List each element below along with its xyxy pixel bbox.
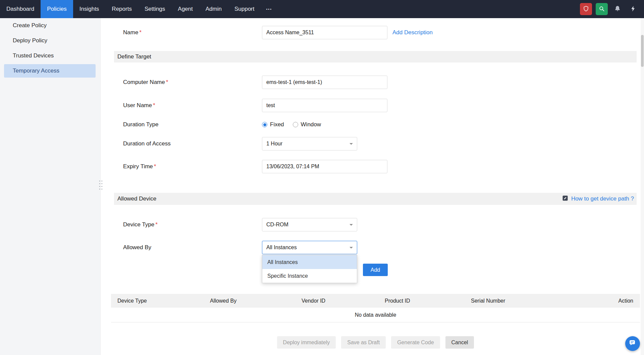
user-name-label: User Name*	[123, 102, 262, 109]
duration-of-access-select[interactable]: 1 Hour	[262, 137, 357, 150]
duration-of-access-value: 1 Hour	[266, 141, 282, 147]
option-all-instances[interactable]: All Instances	[262, 255, 357, 269]
sidebar-item-deploy-policy[interactable]: Deploy Policy	[4, 34, 96, 47]
live-chat-button[interactable]	[625, 336, 640, 351]
add-description-link[interactable]: Add Description	[392, 29, 433, 36]
add-button[interactable]: Add	[363, 264, 388, 276]
device-path-help: How to get device path ?	[562, 195, 634, 203]
sidebar-item-temporary-access[interactable]: Temporary Access	[4, 64, 96, 78]
deploy-immediately-button[interactable]: Deploy immediately	[277, 336, 336, 349]
name-label: Name*	[123, 29, 262, 36]
col-header-device-type: Device Type	[111, 298, 210, 304]
fixed-radio-label: Fixed	[270, 121, 284, 128]
allowed-by-select[interactable]: All Instances	[262, 241, 357, 254]
notifications-button[interactable]	[611, 3, 624, 15]
allowed-device-section-header: Allowed Device How to get device path ?	[114, 193, 637, 205]
nav-insights[interactable]: Insights	[73, 0, 106, 18]
expiry-time-row: Expiry Time*	[114, 160, 637, 173]
allowed-devices-table: Device Type Allowed By Vendor ID Product…	[111, 294, 640, 322]
add-row: Add	[114, 264, 637, 276]
device-path-help-link[interactable]: How to get device path ?	[571, 195, 634, 202]
required-asterisk: *	[154, 163, 156, 170]
bell-icon	[614, 5, 621, 13]
nav-settings[interactable]: Settings	[138, 0, 171, 18]
edit-note-icon	[562, 195, 569, 203]
sidebar-item-trusted-devices[interactable]: Trusted Devices	[4, 49, 96, 62]
nav-support[interactable]: Support	[228, 0, 261, 18]
scrollbar-thumb[interactable]	[641, 35, 644, 67]
option-specific-instance[interactable]: Specific Instance	[262, 269, 357, 283]
sidebar: Create Policy Deploy Policy Trusted Devi…	[0, 18, 101, 355]
cancel-button[interactable]: Cancel	[445, 336, 474, 349]
shield-icon	[583, 5, 589, 13]
footer-actions: Deploy immediately Save as Draft Generat…	[111, 336, 640, 349]
user-name-row: User Name*	[114, 99, 637, 112]
sidebar-resize-grip[interactable]	[98, 179, 103, 190]
nav-policies[interactable]: Policies	[41, 0, 73, 18]
allowed-device-title: Allowed Device	[117, 195, 156, 202]
user-name-input[interactable]	[262, 99, 387, 112]
expiry-time-label-text: Expiry Time	[123, 163, 153, 170]
radio-selected-icon	[262, 122, 267, 127]
sidebar-item-create-policy[interactable]: Create Policy	[4, 19, 96, 32]
duration-type-label-text: Duration Type	[123, 121, 159, 128]
table-header-row: Device Type Allowed By Vendor ID Product…	[111, 294, 640, 308]
search-button[interactable]	[596, 3, 608, 15]
name-label-text: Name	[123, 29, 138, 36]
computer-name-label-text: Computer Name	[123, 79, 165, 85]
col-header-serial-number: Serial Number	[471, 298, 572, 304]
name-row: Name* Add Description	[114, 26, 637, 39]
temporary-access-form: Name* Add Description Define Target Comp…	[114, 26, 637, 276]
save-as-draft-button[interactable]: Save as Draft	[341, 336, 386, 349]
computer-name-input[interactable]	[262, 76, 387, 89]
duration-of-access-label-text: Duration of Access	[123, 140, 171, 147]
expiry-time-input[interactable]	[262, 160, 387, 173]
chevron-down-icon	[350, 247, 353, 249]
nav-icon-group	[580, 0, 644, 18]
main-content: Name* Add Description Define Target Comp…	[101, 18, 644, 355]
radio-unselected-icon	[293, 122, 298, 127]
col-header-allowed-by: Allowed By	[210, 298, 302, 304]
allowed-by-label-text: Allowed By	[123, 244, 151, 251]
computer-name-row: Computer Name*	[114, 76, 637, 89]
col-header-vendor-id: Vendor ID	[302, 298, 385, 304]
duration-of-access-label: Duration of Access	[123, 140, 262, 147]
duration-type-label: Duration Type	[123, 121, 262, 128]
quick-launch-button[interactable]	[627, 3, 639, 15]
duration-type-window-radio[interactable]: Window	[293, 121, 321, 128]
define-target-title: Define Target	[117, 53, 151, 60]
nav-agent[interactable]: Agent	[171, 0, 199, 18]
nav-admin[interactable]: Admin	[199, 0, 228, 18]
allowed-by-value: All Instances	[266, 245, 297, 251]
chevron-down-icon	[350, 224, 353, 226]
nav-dashboard[interactable]: Dashboard	[0, 0, 41, 18]
col-header-action: Action	[572, 298, 640, 304]
nav-more-menu[interactable]: •••	[261, 0, 278, 18]
device-type-value: CD-ROM	[266, 222, 288, 228]
security-shield-button[interactable]	[580, 3, 592, 15]
duration-type-row: Duration Type Fixed Window	[114, 121, 637, 129]
generate-code-button[interactable]: Generate Code	[391, 336, 440, 349]
computer-name-label: Computer Name*	[123, 79, 262, 86]
lightning-icon	[630, 5, 637, 13]
required-asterisk: *	[166, 79, 168, 85]
required-asterisk: *	[153, 102, 155, 108]
required-asterisk: *	[155, 221, 158, 228]
allowed-by-row: Allowed By All Instances All Instances S…	[114, 241, 637, 254]
device-type-row: Device Type* CD-ROM	[114, 218, 637, 231]
name-input[interactable]	[262, 26, 387, 39]
allowed-by-dropdown-menu: All Instances Specific Instance	[262, 255, 357, 283]
user-name-label-text: User Name	[123, 102, 152, 108]
nav-reports[interactable]: Reports	[105, 0, 138, 18]
vertical-scrollbar[interactable]	[641, 18, 644, 355]
top-nav: Dashboard Policies Insights Reports Sett…	[0, 0, 644, 18]
duration-type-fixed-radio[interactable]: Fixed	[262, 121, 284, 128]
col-header-product-id: Product ID	[385, 298, 471, 304]
device-type-label: Device Type*	[123, 221, 262, 228]
device-type-select[interactable]: CD-ROM	[262, 218, 357, 231]
define-target-section-header: Define Target	[114, 51, 637, 62]
chevron-down-icon	[350, 143, 353, 145]
table-empty-row: No data available	[111, 308, 640, 322]
chat-bubble-icon	[629, 339, 637, 348]
required-asterisk: *	[139, 29, 142, 36]
